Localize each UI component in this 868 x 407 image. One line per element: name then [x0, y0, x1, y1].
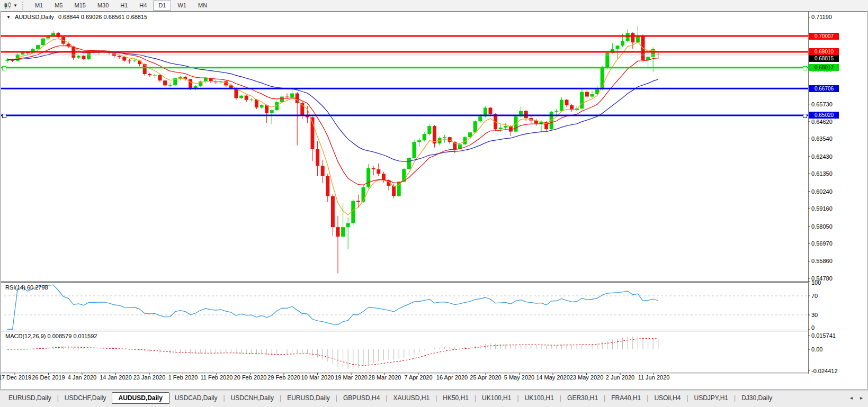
chart-tab-EURUSD-Daily[interactable]: EURUSD,Daily [282, 392, 335, 404]
chart-tabs: EURUSD,Daily|USDCHF,DailyAUDUSD,DailyUSD… [3, 391, 777, 404]
hline-handle-0.65020[interactable] [2, 114, 6, 118]
date-tick: 16 Apr 2020 [436, 374, 468, 381]
chart-tab-USDJPY-H1[interactable]: USDJPY,H1 [689, 392, 733, 404]
tab-separator: | [560, 394, 561, 402]
price-badge-0.65020: 0.65020 [809, 112, 839, 119]
chart-title: ▼ AUDUSD,Daily 0.68844 0.69026 0.68561 0… [6, 14, 147, 20]
top-toolbar: ▼ M1M5M15M30H1H4D1W1MN [0, 0, 868, 12]
tf-button-M15[interactable]: M15 [69, 1, 91, 11]
price-tick-0.60240: 0.60240 [811, 188, 833, 195]
price-tick-0.59160: 0.59160 [811, 205, 833, 212]
collapse-triangle-icon: ▼ [6, 15, 11, 20]
rsi-indicator-label: RSI(14) 60.2798 [5, 284, 48, 291]
chart-tab-EURUSD-Daily[interactable]: EURUSD,Daily [3, 392, 57, 404]
date-tick: 28 Mar 2020 [369, 374, 401, 381]
tab-separator: | [517, 394, 518, 402]
tab-separator: | [280, 394, 281, 402]
date-tick: 11 Jun 2020 [638, 374, 670, 381]
ma-fast-line [7, 39, 658, 215]
chart-tab-UK100-H1[interactable]: UK100,H1 [520, 392, 559, 404]
tf-button-H1[interactable]: H1 [115, 1, 133, 11]
macd-tick-0.00: 0.00 [811, 346, 822, 352]
tab-separator: | [386, 394, 387, 402]
chart-tab-AUDUSD-Daily[interactable]: AUDUSD,Daily [112, 392, 169, 404]
date-tick: 14 May 2020 [536, 374, 570, 381]
price-badge-0.68815: 0.68815 [809, 55, 839, 62]
tab-separator: | [604, 394, 605, 402]
date-tick: 11 Feb 2020 [201, 374, 233, 381]
chart-tab-USDCHF-Daily[interactable]: USDCHF,Daily [59, 392, 112, 404]
hline-handle-0.68017[interactable] [803, 66, 807, 70]
price-chart-canvas [0, 11, 868, 391]
date-tick: 17 Dec 2019 [0, 374, 31, 381]
macd-pane [7, 337, 658, 369]
chevron-down-icon: ▼ [13, 3, 17, 8]
price-tick-0.63540: 0.63540 [811, 135, 833, 142]
tab-separator: | [57, 394, 59, 402]
date-tick: 23 May 2020 [570, 374, 604, 381]
price-tick-0.58050: 0.58050 [811, 223, 833, 230]
chart-tab-USDCAD-Daily[interactable]: USDCAD,Daily [169, 392, 223, 404]
date-tick: 23 Jan 2020 [133, 374, 166, 381]
chart-tab-HK50-H1[interactable]: HK50,H1 [437, 392, 474, 404]
tf-button-M1[interactable]: M1 [30, 1, 48, 11]
price-tick-0.65730: 0.65730 [811, 101, 833, 107]
rsi-pane [4, 285, 808, 329]
price-tick-0.71190: 0.71190 [811, 14, 832, 20]
tabs-scroll-right-icon[interactable]: ▸ [860, 395, 863, 401]
date-tick: 5 May 2020 [504, 374, 534, 381]
price-tick-0.61350: 0.61350 [811, 170, 833, 177]
macd-tick-0.015741: 0.015741 [811, 332, 836, 339]
tf-button-H4[interactable]: H4 [134, 1, 152, 11]
price-tick-0.56970: 0.56970 [811, 240, 833, 247]
date-tick: 4 Jan 2020 [68, 374, 96, 381]
hline-handle-0.68017[interactable] [2, 66, 6, 70]
date-tick: 25 Apr 2020 [470, 374, 501, 381]
timeframe-toolbar: M1M5M15M30H1H4D1W1MN [29, 0, 213, 11]
tf-button-MN[interactable]: MN [193, 1, 212, 11]
chart-tab-FRA40-H1[interactable]: FRA40,H1 [606, 392, 646, 404]
chart-type-button[interactable]: ▼ [1, 2, 20, 10]
chart-tab-GBPUSD-H4[interactable]: GBPUSD,H4 [338, 392, 385, 404]
rsi-tick-100: 100 [811, 279, 821, 286]
chart-tab-bar: EURUSD,Daily|USDCHF,DailyAUDUSD,DailyUSD… [0, 391, 868, 407]
tf-button-W1[interactable]: W1 [172, 1, 192, 11]
price-tick-0.64620: 0.64620 [811, 119, 833, 125]
tab-separator: | [686, 394, 688, 402]
date-tick: 1 Feb 2020 [168, 374, 198, 381]
hline-handle-0.65020[interactable] [803, 114, 807, 118]
date-tick: 2 Jun 2020 [606, 374, 634, 381]
price-badge-0.66706: 0.66706 [809, 85, 839, 92]
date-tick: 20 Feb 2020 [234, 374, 267, 381]
date-tick: 7 Apr 2020 [404, 374, 432, 381]
chart-tab-DJ30-Daily[interactable]: DJ30,Daily [736, 392, 777, 404]
date-tick: 14 Jan 2020 [100, 374, 132, 381]
tab-separator: | [475, 394, 476, 402]
chart-tab-XAUUSD-H1[interactable]: XAUUSD,H1 [388, 392, 435, 404]
tab-separator: | [223, 394, 225, 402]
rsi-tick-0: 0 [811, 324, 815, 331]
chart-tab-USOil-H4[interactable]: USOil,H4 [649, 392, 686, 404]
tab-scroll-controls: ◂ ▸ [850, 391, 863, 404]
tabs-scroll-left-icon[interactable]: ◂ [850, 395, 853, 401]
tf-button-D1[interactable]: D1 [153, 1, 171, 11]
date-tick: 10 Mar 2020 [301, 374, 334, 381]
price-tick-0.55860: 0.55860 [811, 258, 833, 264]
axis-ticks [15, 17, 810, 375]
tab-separator: | [647, 394, 648, 402]
candlestick-chart-icon [4, 2, 12, 10]
price-tick-0.62430: 0.62430 [811, 153, 833, 160]
mt4-window: ▼ M1M5M15M30H1H4D1W1MN ▼ AUDUSD,Daily 0.… [0, 0, 868, 407]
chart-tab-UK100-H1[interactable]: UK100,H1 [477, 392, 516, 404]
price-badge-0.70007: 0.70007 [809, 33, 839, 40]
rsi-tick-70: 70 [811, 293, 818, 299]
chart-tab-USDCNH-Daily[interactable]: USDCNH,Daily [226, 392, 279, 404]
date-tick: 29 Feb 2020 [267, 374, 300, 381]
ohlc-values: 0.68844 0.69026 0.68561 0.68815 [58, 14, 147, 20]
tab-separator: | [734, 394, 736, 402]
chart-tab-GER30-H1[interactable]: GER30,H1 [562, 392, 603, 404]
tf-button-M5[interactable]: M5 [49, 1, 68, 11]
macd-indicator-label: MACD(12,26,9) 0.008579 0.011592 [5, 333, 97, 339]
tf-button-M30[interactable]: M30 [92, 1, 114, 11]
tab-separator: | [336, 394, 337, 402]
